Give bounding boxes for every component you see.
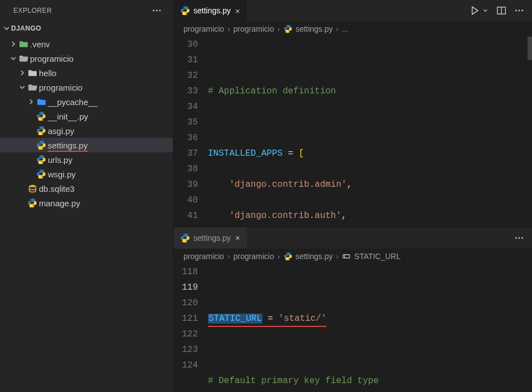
explorer-title: EXPLORER bbox=[13, 7, 150, 14]
line-gutter: 30 31 32 33 34 35 36 37 38 39 40 41 bbox=[173, 37, 208, 227]
editor-area: settings.py × programicio › programicio … bbox=[173, 0, 532, 392]
project-header[interactable]: DJANGO bbox=[0, 21, 173, 36]
chevron-down-icon[interactable] bbox=[482, 7, 489, 14]
chevron-right-icon: › bbox=[227, 252, 230, 261]
split-editor-icon[interactable] bbox=[496, 6, 506, 16]
code-editor[interactable]: 30 31 32 33 34 35 36 37 38 39 40 41 # Ap… bbox=[173, 37, 532, 227]
tabs-spacer bbox=[247, 0, 462, 21]
tab-label: settings.py bbox=[193, 234, 231, 242]
folder-icon bbox=[36, 97, 47, 107]
tree-item-label: settings.py bbox=[48, 141, 88, 150]
chevron-right-icon: › bbox=[336, 252, 339, 261]
tree-item-label: asgi.py bbox=[48, 126, 74, 136]
chevron-right-icon bbox=[27, 97, 36, 106]
svg-point-2 bbox=[159, 10, 161, 12]
breadcrumb-item[interactable]: programicio bbox=[233, 252, 274, 261]
python-file-icon bbox=[36, 111, 47, 121]
file-tree: .venv programicio hello programicio __py… bbox=[0, 36, 173, 392]
breadcrumb-item[interactable]: programicio bbox=[183, 24, 224, 33]
chevron-right-icon bbox=[18, 68, 27, 77]
tab-settings[interactable]: settings.py × bbox=[173, 227, 247, 249]
editor-group-top: settings.py × programicio › programicio … bbox=[173, 0, 532, 227]
more-icon[interactable] bbox=[514, 233, 524, 243]
python-file-icon bbox=[284, 24, 292, 33]
chevron-down-icon bbox=[9, 54, 18, 63]
svg-point-10 bbox=[519, 237, 520, 239]
python-file-icon bbox=[180, 233, 190, 243]
svg-point-7 bbox=[519, 10, 520, 12]
chevron-right-icon: › bbox=[227, 24, 230, 33]
python-file-icon bbox=[36, 140, 47, 150]
database-icon bbox=[27, 184, 38, 193]
tree-folder-venv[interactable]: .venv bbox=[0, 37, 173, 51]
breadcrumb-item[interactable]: settings.py bbox=[296, 24, 333, 33]
tree-file-manage[interactable]: manage.py bbox=[0, 196, 173, 210]
tree-item-label: wsgi.py bbox=[48, 170, 76, 179]
breadcrumbs[interactable]: programicio › programicio › settings.py … bbox=[173, 21, 532, 37]
tree-file-asgi[interactable]: asgi.py bbox=[0, 123, 173, 138]
python-file-icon bbox=[36, 126, 47, 136]
close-icon[interactable]: × bbox=[234, 6, 241, 16]
breadcrumbs[interactable]: programicio › programicio › settings.py … bbox=[173, 249, 532, 264]
tree-item-label: programicio bbox=[39, 83, 82, 92]
tree-file-wsgi[interactable]: wsgi.py bbox=[0, 167, 173, 181]
tree-item-label: db.sqlite3 bbox=[39, 184, 74, 193]
tree-file-settings[interactable]: settings.py bbox=[0, 138, 173, 152]
run-icon[interactable] bbox=[470, 6, 480, 16]
chevron-down-icon bbox=[18, 83, 27, 92]
tree-item-label: programicio bbox=[30, 54, 73, 63]
chevron-right-icon: › bbox=[336, 24, 339, 33]
line-gutter: 118 119 120 121 122 123 124 bbox=[173, 264, 208, 392]
explorer-header: EXPLORER bbox=[0, 0, 173, 21]
editor-group-bottom: settings.py × programicio › programicio … bbox=[173, 227, 532, 392]
tabs-row: settings.py × bbox=[173, 0, 532, 21]
code-editor[interactable]: 118 119 120 121 122 123 124 STATIC_URL =… bbox=[173, 264, 532, 392]
svg-point-9 bbox=[515, 237, 517, 239]
tabs-actions bbox=[462, 0, 532, 21]
tree-file-init[interactable]: __init__.py bbox=[0, 109, 173, 123]
code-content[interactable]: # Application definition INSTALLED_APPS … bbox=[208, 37, 532, 227]
breadcrumb-item[interactable]: STATIC_URL bbox=[354, 252, 401, 261]
code-content[interactable]: STATIC_URL = 'static/' # Default primary… bbox=[208, 264, 532, 392]
minimap-slider[interactable] bbox=[528, 37, 532, 60]
tree-file-db[interactable]: db.sqlite3 bbox=[0, 181, 173, 196]
symbol-variable-icon bbox=[342, 252, 351, 261]
close-icon[interactable]: × bbox=[234, 233, 241, 242]
breadcrumb-item[interactable]: ... bbox=[342, 24, 349, 33]
python-file-icon bbox=[36, 155, 47, 165]
breadcrumb-item[interactable]: settings.py bbox=[296, 252, 333, 261]
python-file-icon bbox=[36, 169, 47, 179]
chevron-right-icon: › bbox=[277, 252, 280, 261]
tabs-row: settings.py × bbox=[173, 227, 532, 249]
tree-item-label: urls.py bbox=[48, 155, 72, 165]
svg-rect-12 bbox=[343, 255, 350, 258]
tree-item-label: __pycache__ bbox=[48, 97, 97, 107]
chevron-down-icon bbox=[2, 24, 11, 33]
folder-open-icon bbox=[18, 54, 29, 63]
tree-folder-hello[interactable]: hello bbox=[0, 66, 173, 80]
tab-label: settings.py bbox=[193, 6, 231, 15]
more-icon[interactable] bbox=[514, 6, 524, 16]
tree-file-urls[interactable]: urls.py bbox=[0, 152, 173, 167]
python-file-icon bbox=[180, 6, 190, 16]
explorer-sidebar: EXPLORER DJANGO .venv programicio hello bbox=[0, 0, 173, 392]
chevron-right-icon bbox=[9, 39, 18, 48]
tree-item-label: __init__.py bbox=[48, 112, 88, 121]
tree-folder-pycache[interactable]: __pycache__ bbox=[0, 95, 173, 109]
tree-folder-programicio[interactable]: programicio bbox=[0, 80, 173, 95]
chevron-right-icon: › bbox=[277, 24, 280, 33]
folder-icon bbox=[27, 68, 38, 78]
breadcrumb-item[interactable]: programicio bbox=[183, 252, 224, 261]
more-icon[interactable] bbox=[150, 4, 164, 17]
svg-point-1 bbox=[156, 10, 158, 12]
python-file-icon bbox=[284, 252, 292, 261]
folder-open-icon bbox=[27, 83, 38, 92]
python-file-icon bbox=[27, 198, 38, 208]
tabs-spacer bbox=[247, 227, 506, 249]
tree-item-label: hello bbox=[39, 68, 57, 78]
tab-settings[interactable]: settings.py × bbox=[173, 0, 247, 21]
svg-point-11 bbox=[521, 237, 523, 239]
breadcrumb-item[interactable]: programicio bbox=[233, 24, 274, 33]
tabs-actions bbox=[506, 227, 532, 249]
tree-folder-root[interactable]: programicio bbox=[0, 51, 173, 66]
